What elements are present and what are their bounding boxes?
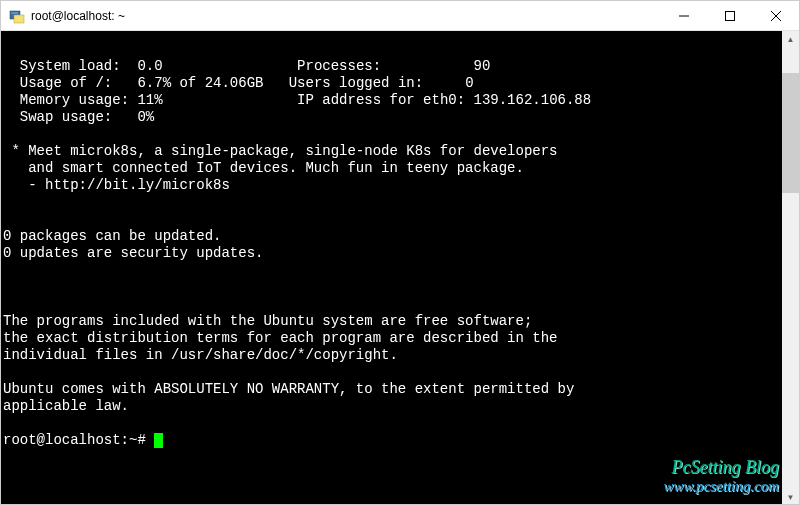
scroll-thumb[interactable] [782,73,799,193]
minimize-button[interactable] [661,1,707,30]
svg-rect-4 [726,11,735,20]
close-button[interactable] [753,1,799,30]
window-controls [661,1,799,30]
scroll-down-arrow[interactable]: ▼ [782,489,799,505]
window-title: root@localhost: ~ [31,9,125,23]
terminal-cursor [154,433,163,448]
putty-icon [9,8,25,24]
static-text: System load: 0.0 Processes: 90 Usage of … [3,58,591,448]
shell-prompt: root@localhost:~# [3,432,154,448]
window-titlebar: root@localhost: ~ [1,1,799,31]
vertical-scrollbar[interactable]: ▲ ▼ [782,31,799,505]
maximize-button[interactable] [707,1,753,30]
terminal-output[interactable]: System load: 0.0 Processes: 90 Usage of … [1,31,782,505]
scroll-up-arrow[interactable]: ▲ [782,31,799,48]
svg-rect-1 [14,15,24,23]
